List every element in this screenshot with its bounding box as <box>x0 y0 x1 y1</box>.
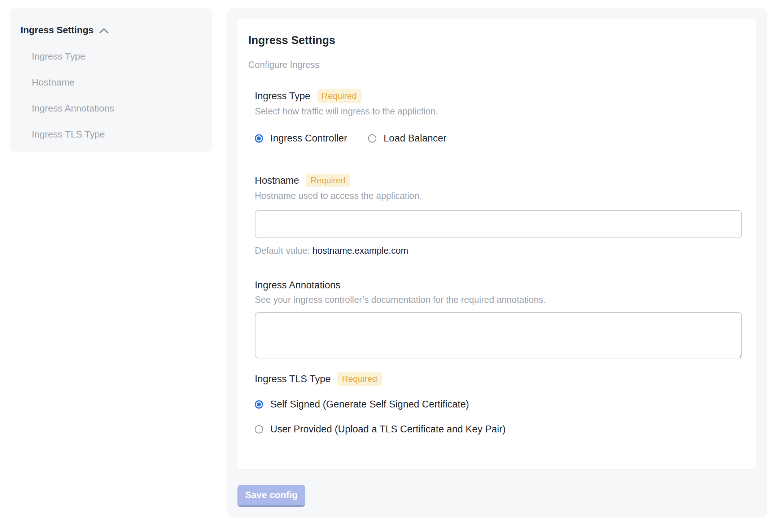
ingress-annotations-description: See your ingress controller’s documentat… <box>255 294 742 305</box>
radio-option-user-provided[interactable]: User Provided (Upload a TLS Certificate … <box>255 424 742 435</box>
hostname-description: Hostname used to access the application. <box>255 190 742 201</box>
radio-label-load-balancer: Load Balancer <box>384 133 446 144</box>
ingress-type-description: Select how traffic will ingress to the a… <box>255 106 742 117</box>
ingress-tls-type-section: Ingress TLS Type Required Self Signed (G… <box>255 372 742 435</box>
ingress-annotations-section: Ingress Annotations See your ingress con… <box>255 279 742 358</box>
ingress-annotations-label: Ingress Annotations <box>255 279 340 291</box>
sidebar-item-hostname[interactable]: Hostname <box>32 77 205 88</box>
required-badge: Required <box>306 174 350 187</box>
hostname-input[interactable] <box>255 210 742 238</box>
radio-option-ingress-controller[interactable]: Ingress Controller <box>255 133 347 144</box>
radio-button-load-balancer[interactable] <box>368 134 376 143</box>
settings-sidebar: Ingress Settings Ingress Type Hostname I… <box>10 8 212 152</box>
radio-option-self-signed[interactable]: Self Signed (Generate Self Signed Certif… <box>255 399 742 410</box>
radio-button-ingress-controller[interactable] <box>255 134 263 143</box>
sidebar-item-ingress-annotations[interactable]: Ingress Annotations <box>32 103 205 114</box>
radio-button-self-signed[interactable] <box>255 400 263 409</box>
radio-button-user-provided[interactable] <box>255 425 263 433</box>
page-subtitle: Configure Ingress <box>248 59 746 70</box>
radio-label-ingress-controller: Ingress Controller <box>270 133 347 144</box>
ingress-annotations-textarea[interactable] <box>255 312 742 358</box>
ingress-settings-form-card: Ingress Settings Configure Ingress Ingre… <box>237 19 756 469</box>
page-title: Ingress Settings <box>248 34 746 47</box>
hostname-default-label: Default value: <box>255 245 310 256</box>
radio-label-user-provided: User Provided (Upload a TLS Certificate … <box>270 424 506 435</box>
required-badge: Required <box>317 89 361 103</box>
hostname-default-line: Default value: hostname.example.com <box>255 245 742 256</box>
hostname-section: Hostname Required Hostname used to acces… <box>255 174 742 256</box>
ingress-tls-type-label: Ingress TLS Type <box>255 373 331 385</box>
radio-label-self-signed: Self Signed (Generate Self Signed Certif… <box>270 399 469 410</box>
chevron-up-icon <box>99 28 109 34</box>
form-sections: Ingress Type Required Select how traffic… <box>255 89 742 435</box>
sidebar-section-ingress-settings[interactable]: Ingress Settings <box>21 25 205 36</box>
required-badge: Required <box>337 372 382 386</box>
ingress-type-section: Ingress Type Required Select how traffic… <box>255 89 742 144</box>
sidebar-section-title: Ingress Settings <box>21 25 93 36</box>
ingress-settings-panel: Ingress Settings Configure Ingress Ingre… <box>227 8 767 518</box>
ingress-tls-radio-group: Self Signed (Generate Self Signed Certif… <box>255 399 742 435</box>
ingress-type-label: Ingress Type <box>255 90 310 102</box>
radio-option-load-balancer[interactable]: Load Balancer <box>368 133 446 144</box>
hostname-default-value: hostname.example.com <box>312 245 408 256</box>
save-config-button[interactable]: Save config <box>237 485 305 507</box>
sidebar-item-ingress-tls-type[interactable]: Ingress TLS Type <box>32 129 205 140</box>
ingress-type-radio-group: Ingress Controller Load Balancer <box>255 133 742 144</box>
sidebar-item-list: Ingress Type Hostname Ingress Annotation… <box>21 51 205 140</box>
hostname-label: Hostname <box>255 174 299 187</box>
sidebar-item-ingress-type[interactable]: Ingress Type <box>32 51 205 62</box>
